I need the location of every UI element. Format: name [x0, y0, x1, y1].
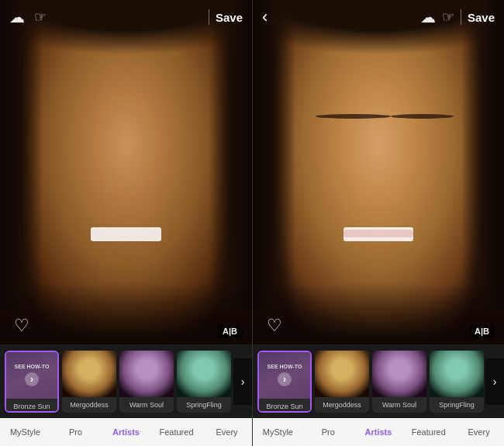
save-button-left[interactable]: Save: [216, 11, 243, 24]
filter-bronze-sun-img-left: SEE HOW-TO ›: [6, 352, 57, 399]
tab-every-left[interactable]: Every: [202, 418, 252, 446]
hair-right-side-left: [209, 0, 252, 310]
back-button-right[interactable]: ‹: [262, 7, 268, 27]
left-header-right: Save: [209, 9, 243, 25]
filter-mergoddess-label-left: Mergoddess: [62, 397, 116, 413]
filter-warm-soul-img-left: [119, 351, 174, 397]
tab-featured-right[interactable]: Featured: [403, 418, 454, 446]
filter-mergoddess-right[interactable]: Mergoddess: [315, 351, 369, 413]
filter-mergoddess-label-right: Mergoddess: [315, 397, 369, 413]
lash-left-right: [316, 114, 391, 119]
cloud-icon-left[interactable]: ☁: [9, 8, 25, 26]
filter-next-arrow-left[interactable]: ›: [233, 358, 252, 405]
right-filter-items: SEE HOW-TO › Bronze Sun Mergoddess Warm …: [253, 351, 488, 413]
left-header-divider: [209, 9, 209, 25]
left-header-icons: ☁ ☞: [9, 8, 47, 26]
filter-warm-soul-left[interactable]: Warm Soul: [119, 351, 174, 413]
filter-spring-fling-img-right: [430, 351, 484, 397]
heart-icon-left[interactable]: ♡: [9, 313, 34, 338]
filter-spring-fling-right[interactable]: SpringFling: [430, 351, 484, 413]
spring-grad: [177, 351, 231, 397]
warm-grad: [119, 351, 174, 397]
filter-mergoddess-left[interactable]: Mergoddess: [62, 351, 116, 413]
right-header-right: ☁ ☞ Save: [420, 8, 495, 26]
left-filter-items: SEE HOW-TO › Bronze Sun Mergoddess Warm …: [0, 351, 236, 413]
right-panel: ‹ ☁ ☞ Save ♡ A|B: [252, 0, 504, 446]
hair-left-side-right: [253, 0, 295, 310]
tab-every-right[interactable]: Every: [454, 418, 504, 446]
filter-bronze-sun-label-left: Bronze Sun: [6, 399, 57, 413]
ab-badge-left: A|B: [217, 324, 243, 338]
right-face-area: ♡ A|B: [253, 0, 504, 344]
left-panel: ☁ ☞ Save ♡ A|B: [0, 0, 252, 446]
right-filter-strip: SEE HOW-TO › Bronze Sun Mergoddess Warm …: [253, 344, 504, 418]
tab-artists-left[interactable]: Artists: [101, 418, 151, 446]
filter-bronze-sun-img-right: SEE HOW-TO ›: [259, 352, 310, 399]
teeth-left: [91, 227, 161, 241]
see-how-to-arrow-left: ›: [25, 372, 39, 386]
tab-pro-right[interactable]: Pro: [303, 418, 354, 446]
see-how-to-text-right: SEE HOW-TO: [268, 364, 302, 370]
see-how-to-arrow-right: ›: [278, 372, 292, 386]
filter-spring-fling-img-left: [177, 351, 231, 397]
right-header-left: ‹: [262, 7, 268, 27]
right-header-divider: [461, 9, 461, 25]
left-nav-tabs: MyStyle Pro Artists Featured Every: [0, 418, 252, 446]
cloud-icon-right[interactable]: ☁: [420, 8, 436, 26]
lip-color-right: [343, 230, 414, 237]
tab-artists-right[interactable]: Artists: [354, 418, 404, 446]
see-how-to-left: SEE HOW-TO ›: [6, 352, 57, 399]
save-button-right[interactable]: Save: [468, 11, 495, 24]
hair-left-side: [0, 0, 43, 310]
left-face-bg: [0, 0, 252, 344]
tab-mystyle-left[interactable]: MyStyle: [0, 418, 50, 446]
cursor-icon-left[interactable]: ☞: [34, 9, 47, 26]
filter-next-arrow-right[interactable]: ›: [485, 358, 504, 405]
see-how-to-text-left: SEE HOW-TO: [15, 364, 50, 370]
hair-right-side-right: [461, 0, 504, 310]
filter-warm-soul-img-right: [372, 351, 426, 397]
filter-bronze-sun-left[interactable]: SEE HOW-TO › Bronze Sun: [5, 351, 59, 413]
filter-warm-soul-label-right: Warm Soul: [372, 397, 426, 413]
cursor-icon-right[interactable]: ☞: [442, 9, 454, 26]
neck-shadow-right: [253, 282, 504, 344]
filter-spring-fling-left[interactable]: SpringFling: [177, 351, 231, 413]
filter-spring-fling-label-left: SpringFling: [177, 397, 231, 413]
spring-grad-right: [430, 351, 484, 397]
lash-right-right: [391, 114, 454, 119]
merge-grad-right: [315, 351, 369, 397]
left-filter-strip: SEE HOW-TO › Bronze Sun Mergoddess Warm …: [0, 344, 252, 418]
filter-bronze-sun-label-right: Bronze Sun: [259, 399, 310, 413]
warm-grad-right: [372, 351, 426, 397]
left-header: ☁ ☞ Save: [0, 0, 252, 34]
filter-mergoddess-img-left: [62, 351, 116, 397]
tab-mystyle-right[interactable]: MyStyle: [253, 418, 303, 446]
left-face-area: ♡ A|B: [0, 0, 252, 344]
heart-icon-right[interactable]: ♡: [262, 313, 287, 338]
right-header: ‹ ☁ ☞ Save: [253, 0, 504, 34]
ab-badge-right: A|B: [469, 324, 495, 338]
filter-bronze-sun-right[interactable]: SEE HOW-TO › Bronze Sun: [257, 351, 312, 413]
filter-warm-soul-right[interactable]: Warm Soul: [372, 351, 426, 413]
tab-pro-left[interactable]: Pro: [50, 418, 101, 446]
see-how-to-right: SEE HOW-TO ›: [259, 352, 310, 399]
merge-grad: [62, 351, 116, 397]
tab-featured-left[interactable]: Featured: [151, 418, 202, 446]
neck-shadow-left: [0, 282, 252, 344]
right-face-bg: [253, 0, 504, 344]
filter-warm-soul-label-left: Warm Soul: [119, 397, 174, 413]
filter-spring-fling-label-right: SpringFling: [430, 397, 484, 413]
right-nav-tabs: MyStyle Pro Artists Featured Every: [253, 418, 504, 446]
filter-mergoddess-img-right: [315, 351, 369, 397]
